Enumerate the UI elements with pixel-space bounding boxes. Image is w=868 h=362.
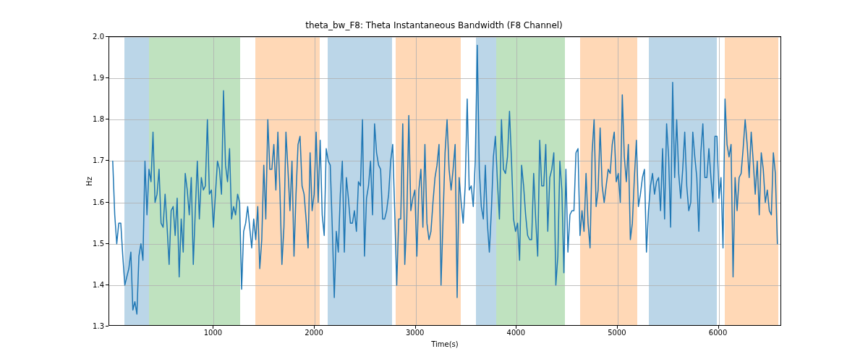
plot-axes [109, 36, 781, 326]
y-tick-mark [106, 243, 109, 244]
y-tick-label: 1.7 [75, 156, 104, 164]
line-layer [109, 37, 781, 326]
y-tick-mark [106, 326, 109, 327]
chart-title: theta_bw_F8: Theta Instantaneous Bandwid… [0, 20, 868, 30]
series-line [113, 45, 778, 313]
y-tick-label: 2.0 [75, 33, 104, 41]
figure: theta_bw_F8: Theta Instantaneous Bandwid… [0, 0, 868, 362]
y-tick-label: 1.4 [75, 280, 104, 288]
y-tick-mark [106, 202, 109, 203]
y-tick-mark [106, 160, 109, 161]
y-tick-label: 1.5 [75, 239, 104, 247]
y-tick-mark [106, 77, 109, 78]
y-tick-label: 1.8 [75, 115, 104, 123]
x-axis-label: Time(s) [109, 340, 781, 348]
x-tick-label: 6000 [709, 329, 727, 337]
x-tick-label: 5000 [608, 329, 626, 337]
plot-area [109, 37, 780, 325]
y-tick-label: 1.6 [75, 198, 104, 206]
x-tick-label: 2000 [305, 329, 323, 337]
x-tick-label: 1000 [204, 329, 222, 337]
x-tick-label: 3000 [406, 329, 424, 337]
y-tick-label: 1.9 [75, 74, 104, 82]
y-tick-mark [106, 119, 109, 119]
y-tick-mark [106, 36, 109, 37]
y-tick-label: 1.3 [75, 322, 104, 330]
y-tick-mark [106, 285, 109, 285]
x-tick-label: 4000 [507, 329, 525, 337]
